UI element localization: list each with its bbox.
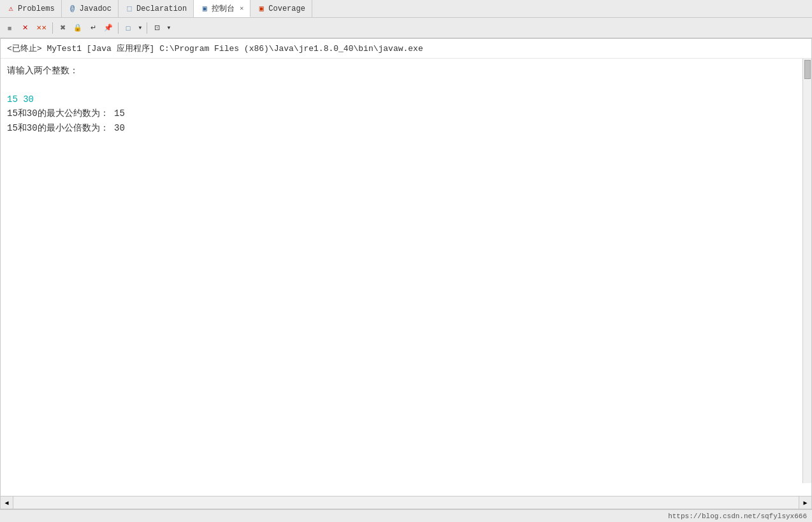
status-line: <已终止> MyTest1 [Java 应用程序] C:\Program Fil… (1, 39, 811, 59)
tab-problems-label: Problems (18, 4, 55, 13)
terminate-all-button[interactable]: ✕✕ (33, 21, 50, 35)
tab-console-label: 控制台 (212, 3, 235, 14)
terminate-button[interactable]: ✕ (18, 21, 32, 35)
output-line-1: 15和30的最大公约数为： 15 (7, 106, 805, 120)
status-bar-url[interactable]: https://blog.csdn.net/sqfylsyx666 (668, 512, 807, 520)
status-bar: https://blog.csdn.net/sqfylsyx666 (0, 509, 812, 522)
terminate-icon: ✕ (22, 24, 28, 32)
separator-2 (118, 22, 119, 34)
remove-button[interactable]: ✖ (55, 21, 69, 35)
scrollbar-thumb[interactable] (804, 60, 811, 79)
lock-icon: 🔒 (73, 24, 82, 32)
horizontal-scrollbar: ◀ ▶ (1, 496, 811, 509)
empty-line (7, 78, 805, 92)
tab-javadoc-label: Javadoc (80, 4, 112, 13)
word-wrap-button[interactable]: ↵ (86, 21, 100, 35)
stop-button[interactable]: ■ (3, 21, 17, 35)
declaration-icon: ⬚ (125, 4, 134, 13)
word-wrap-icon: ↵ (91, 24, 96, 32)
view-dropdown[interactable]: ▼ (165, 21, 173, 35)
tab-coverage-label: Coverage (268, 4, 305, 13)
scroll-left-button[interactable]: ◀ (1, 497, 13, 509)
vertical-scrollbar[interactable] (802, 59, 811, 483)
separator-1 (52, 22, 53, 34)
tab-bar: ⚠ Problems @ Javadoc ⬚ Declaration ▣ 控制台… (0, 0, 812, 18)
tab-coverage[interactable]: ▣ Coverage (250, 0, 312, 17)
console-panel: <已终止> MyTest1 [Java 应用程序] C:\Program Fil… (0, 38, 812, 509)
tab-console-close[interactable]: ✕ (240, 4, 243, 12)
tab-declaration[interactable]: ⬚ Declaration (119, 0, 194, 17)
console-dropdown[interactable]: ▼ (136, 21, 144, 35)
lock-button[interactable]: 🔒 (71, 21, 85, 35)
stop-icon: ■ (8, 24, 12, 32)
coverage-icon: ▣ (257, 4, 266, 13)
new-console-icon: □ (126, 24, 131, 32)
scrollbar-h-track[interactable] (13, 497, 799, 509)
pin-button[interactable]: 📌 (101, 21, 115, 35)
maximize-button[interactable]: ⊡ (150, 21, 164, 35)
separator-3 (147, 22, 147, 34)
pin-icon: 📌 (104, 24, 113, 32)
problems-icon: ⚠ (6, 4, 15, 13)
new-console-button[interactable]: □ (121, 21, 135, 35)
maximize-icon: ⊡ (154, 24, 160, 32)
toolbar: ■ ✕ ✕✕ ✖ 🔒 ↵ 📌 □ ▼ ⊡ ▼ (0, 18, 812, 38)
console-icon: ▣ (200, 4, 209, 13)
console-content: 请输入两个整数： 15 30 15和30的最大公约数为： 15 15和30的最小… (1, 59, 811, 496)
prompt-line: 请输入两个整数： (7, 64, 805, 78)
input-line: 15 30 (7, 92, 805, 106)
javadoc-icon: @ (68, 4, 77, 13)
output-line-2: 15和30的最小公倍数为： 30 (7, 121, 805, 135)
tab-problems[interactable]: ⚠ Problems (0, 0, 62, 17)
remove-icon: ✖ (60, 24, 66, 32)
tab-javadoc[interactable]: @ Javadoc (62, 0, 119, 17)
main-container: ⚠ Problems @ Javadoc ⬚ Declaration ▣ 控制台… (0, 0, 812, 522)
tab-declaration-label: Declaration (136, 4, 187, 13)
tab-console[interactable]: ▣ 控制台 ✕ (194, 0, 250, 17)
terminate-all-icon: ✕✕ (36, 24, 47, 31)
scroll-right-button[interactable]: ▶ (799, 497, 811, 509)
